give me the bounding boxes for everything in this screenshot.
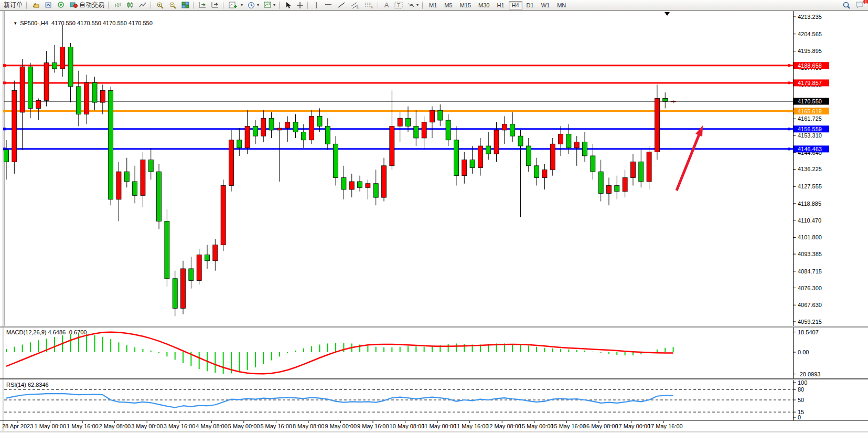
toolbar: 新订单 自动交易 ▾	[0, 0, 868, 10]
bar-chart-button[interactable]	[112, 1, 124, 10]
timeframe-button-m1[interactable]: M1	[426, 1, 440, 9]
tile-windows-button[interactable]	[179, 1, 191, 10]
svg-text:4101.800: 4101.800	[798, 234, 822, 240]
up-arrow-annotation[interactable]	[695, 125, 703, 136]
time-axis[interactable]: 28 Apr 20231 May 00:001 May 16:002 May 0…	[0, 420, 868, 431]
svg-text:4093.385: 4093.385	[798, 251, 822, 257]
data-window-icon[interactable]	[42, 1, 55, 10]
chevron-down-icon: ▾	[257, 3, 259, 7]
window-bottom-edge	[0, 431, 868, 433]
date-label: 12 May 08:00	[486, 423, 521, 429]
timeframe-button-d1[interactable]: D1	[523, 1, 537, 9]
date-label: 2 May 08:00	[99, 423, 131, 429]
text-tool-button[interactable]: A	[381, 1, 392, 10]
timeframe-button-m30[interactable]: M30	[475, 1, 492, 9]
toolbar-grip	[223, 2, 225, 9]
svg-text:4188.658: 4188.658	[798, 62, 822, 69]
arrows-menu-button[interactable]: ▾	[405, 1, 421, 10]
chevron-down-icon: ▾	[416, 3, 419, 7]
fibonacci-button[interactable]: F	[362, 1, 376, 10]
new-order-button[interactable]: 新订单	[2, 1, 25, 10]
date-label: 3 May 16:00	[164, 423, 196, 429]
auto-scroll-button[interactable]	[197, 1, 209, 10]
timeframe-button-m15[interactable]: M15	[457, 1, 474, 9]
svg-text:F: F	[371, 5, 373, 9]
svg-text:4136.225: 4136.225	[798, 166, 822, 172]
candlestick-chart-button[interactable]	[124, 1, 136, 10]
date-label: 17 May 16:00	[648, 423, 683, 429]
search-icon[interactable]	[840, 1, 853, 10]
periods-menu-button[interactable]: ▾	[245, 1, 261, 10]
svg-text:4179.857: 4179.857	[798, 80, 822, 86]
svg-text:4165.619: 4165.619	[798, 108, 822, 114]
date-label: 3 May 00:00	[131, 423, 163, 429]
svg-text:4059.215: 4059.215	[798, 319, 822, 325]
date-label: 9 May 16:00	[357, 423, 389, 429]
svg-text:0: 0	[798, 414, 801, 420]
zoom-in-button[interactable]	[154, 1, 166, 10]
toolbar-grip	[26, 2, 28, 9]
date-label: 17 May 00:00	[615, 423, 650, 429]
date-label: 16 May 08:00	[583, 423, 618, 429]
date-label: 15 May 00:00	[519, 423, 554, 429]
svg-text:80: 80	[798, 386, 804, 393]
chart-shift-button[interactable]	[209, 1, 221, 10]
timeframe-button-h4[interactable]: H4	[509, 1, 522, 9]
indicators-button[interactable]: ▾	[227, 1, 245, 10]
svg-text:T: T	[397, 3, 400, 8]
svg-text:4146.463: 4146.463	[798, 146, 822, 152]
auto-trading-label: 自动交易	[79, 1, 104, 9]
date-label: 10 May 08:00	[390, 423, 425, 429]
svg-text:-20.0993: -20.0993	[798, 371, 820, 377]
date-label: 8 May 08:00	[293, 423, 325, 429]
svg-text:4153.310: 4153.310	[798, 132, 822, 139]
svg-text:4204.565: 4204.565	[798, 31, 822, 37]
chart-window: 4213.2354204.5654195.8954187.4804178.810…	[0, 10, 868, 433]
timeframe-button-w1[interactable]: W1	[538, 1, 553, 9]
crosshair-button[interactable]	[294, 1, 306, 10]
horizontal-line-button[interactable]	[322, 1, 335, 10]
svg-text:4127.555: 4127.555	[798, 183, 822, 189]
svg-text:4084.715: 4084.715	[798, 268, 822, 274]
date-label: 5 May 00:00	[228, 423, 260, 429]
templates-button[interactable]: ▾	[262, 1, 277, 10]
toolbar-grip	[378, 2, 380, 9]
signal-icon[interactable]	[55, 1, 67, 10]
chevron-down-icon: ▾	[273, 3, 275, 7]
symbol-period-label: SP500-,H4	[20, 20, 48, 26]
rsi-indicator-pane[interactable]: 1008050150	[0, 378, 868, 420]
macd-indicator-pane[interactable]: 18.54070.00-20.0993	[0, 326, 868, 378]
chevron-down-icon: ▾	[241, 3, 243, 7]
svg-text:4110.470: 4110.470	[798, 217, 821, 224]
date-label: 4 May 08:00	[196, 423, 228, 429]
timeframe-button-h1[interactable]: H1	[494, 1, 507, 9]
main-chart-pane[interactable]: 4213.2354204.5654195.8954187.4804178.810…	[0, 11, 868, 326]
date-label: 15 May 16:00	[551, 423, 586, 429]
svg-text:4076.300: 4076.300	[798, 285, 822, 291]
svg-text:4161.725: 4161.725	[798, 115, 822, 122]
date-label: 11 May 00:00	[422, 423, 456, 429]
ohlc-readout: 4170.550 4170.550 4170.550 4170.550	[51, 20, 153, 26]
timeframe-button-m5[interactable]: M5	[441, 1, 455, 9]
equidistant-channel-button[interactable]: E	[348, 1, 362, 10]
cursor-button[interactable]	[283, 1, 294, 10]
chart-symbol-title: ▼SP500-,H4 4170.550 4170.550 4170.550 41…	[7, 14, 153, 33]
timeframe-toolbar: M1M5M15M30H1H4D1W1MN	[426, 1, 569, 9]
text-label-tool-button[interactable]: T	[392, 1, 405, 10]
date-label: 9 May 00:00	[325, 423, 357, 429]
auto-trading-icon	[70, 1, 78, 9]
auto-trading-button[interactable]: 自动交易	[68, 1, 106, 10]
zoom-out-button[interactable]	[167, 1, 179, 10]
market-watch-icon[interactable]	[30, 1, 42, 10]
vertical-line-button[interactable]	[311, 1, 322, 10]
date-label: 1 May 00:00	[35, 423, 67, 429]
toolbar-grip	[279, 2, 281, 9]
toolbar-grip	[151, 2, 153, 9]
svg-text:4195.895: 4195.895	[798, 48, 822, 54]
svg-text:4067.630: 4067.630	[798, 302, 822, 308]
line-chart-button[interactable]	[137, 1, 149, 10]
timeframe-button-mn[interactable]: MN	[554, 1, 569, 9]
collapse-triangle-icon[interactable]: ▼	[13, 21, 17, 26]
trendline-button[interactable]	[335, 1, 348, 10]
svg-text:4213.235: 4213.235	[798, 14, 822, 20]
